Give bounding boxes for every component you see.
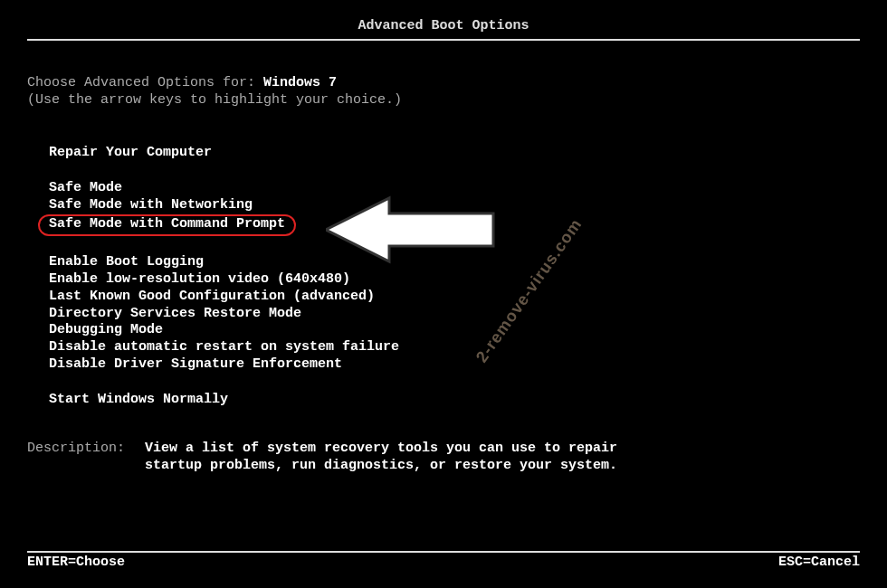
menu-item-start-windows-normally[interactable]: Start Windows Normally: [49, 392, 860, 409]
footer-bar: ENTER=Choose ESC=Cancel: [27, 551, 860, 572]
description-block: Description: View a list of system recov…: [27, 441, 860, 475]
menu-item-safe-mode[interactable]: Safe Mode: [49, 180, 860, 197]
menu-item-disable-auto-restart[interactable]: Disable automatic restart on system fail…: [49, 339, 860, 356]
menu-item-safe-mode-networking[interactable]: Safe Mode with Networking: [49, 197, 860, 214]
menu-item-repair-your-computer[interactable]: Repair Your Computer: [49, 145, 860, 162]
menu-item-enable-boot-logging[interactable]: Enable Boot Logging: [49, 254, 860, 271]
menu-group-repair: Repair Your Computer: [49, 145, 860, 162]
boot-options-screen: Advanced Boot Options Choose Advanced Op…: [0, 0, 887, 588]
menu-item-low-res-video[interactable]: Enable low-resolution video (640x480): [49, 271, 860, 289]
menu-group-safe-mode: Safe Mode Safe Mode with Networking Safe…: [49, 180, 860, 236]
menu-item-safe-mode-command-prompt[interactable]: Safe Mode with Command Prompt: [38, 214, 296, 237]
menu-item-directory-services-restore[interactable]: Directory Services Restore Mode: [49, 306, 860, 323]
menu-item-debugging-mode[interactable]: Debugging Mode: [49, 322, 860, 339]
menu-group-advanced: Enable Boot Logging Enable low-resolutio…: [49, 254, 860, 373]
description-label: Description:: [27, 441, 145, 458]
intro-prefix: Choose Advanced Options for:: [27, 75, 263, 90]
intro-hint: (Use the arrow keys to highlight your ch…: [27, 92, 860, 109]
intro-block: Choose Advanced Options for: Windows 7 (…: [27, 75, 860, 109]
os-name: Windows 7: [263, 75, 337, 90]
menu-item-disable-driver-signature[interactable]: Disable Driver Signature Enforcement: [49, 356, 860, 374]
footer-enter-hint: ENTER=Choose: [27, 555, 125, 572]
description-text: View a list of system recovery tools you…: [145, 441, 652, 475]
window-title: Advanced Boot Options: [27, 18, 860, 41]
menu-item-last-known-good[interactable]: Last Known Good Configuration (advanced): [49, 289, 860, 306]
footer-esc-hint: ESC=Cancel: [778, 555, 860, 572]
boot-menu[interactable]: Repair Your Computer Safe Mode Safe Mode…: [27, 145, 860, 408]
menu-group-normal: Start Windows Normally: [49, 392, 860, 409]
